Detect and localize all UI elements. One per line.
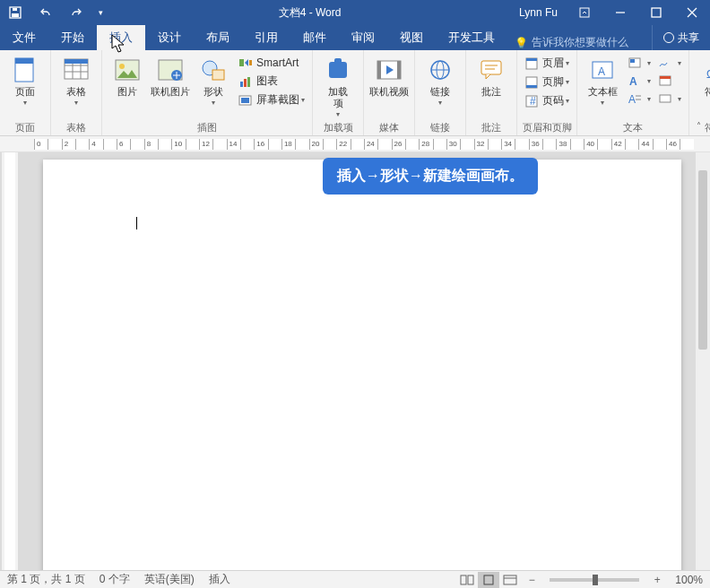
online-pictures-label: 联机图片 [151, 86, 190, 98]
table-button[interactable]: 表格▾ [55, 54, 98, 108]
symbol-label: 符号 [705, 86, 710, 98]
close-button[interactable] [674, 0, 710, 25]
online-video-button[interactable]: 联机视频 [368, 54, 411, 99]
group-links-label: 链接 [419, 121, 462, 135]
status-language[interactable]: 英语(美国) [137, 572, 202, 587]
tab-layout[interactable]: 布局 [194, 25, 242, 50]
page-number-button[interactable]: #页码▾ [521, 91, 573, 110]
svg-rect-25 [244, 79, 247, 87]
comment-button[interactable]: 批注 [470, 54, 513, 99]
svg-rect-23 [249, 60, 252, 65]
web-layout-button[interactable] [499, 572, 521, 588]
tab-references[interactable]: 引用 [242, 25, 290, 50]
ruler-horizontal[interactable]: 0246810121416182022242628303234363840424… [0, 136, 710, 152]
document-area [0, 152, 710, 570]
header-button[interactable]: 页眉▾ [521, 54, 573, 73]
minimize-button[interactable] [602, 0, 638, 25]
svg-text:Ω: Ω [706, 68, 710, 81]
svg-rect-59 [468, 575, 473, 584]
status-words[interactable]: 0 个字 [92, 572, 137, 587]
drop-cap-button[interactable]: A▾ [624, 90, 654, 108]
svg-rect-30 [334, 58, 342, 64]
pictures-button[interactable]: 图片 [106, 54, 149, 99]
ribbon-tabs: 文件 开始 插入 设计 布局 引用 邮件 审阅 视图 开发工具 💡告诉我你想要做… [0, 25, 710, 50]
share-button[interactable]: 共享 [652, 25, 710, 50]
svg-rect-58 [461, 575, 466, 584]
chart-icon [238, 74, 253, 89]
tab-design[interactable]: 设计 [145, 25, 194, 50]
svg-rect-32 [377, 61, 381, 79]
zoom-handle[interactable] [593, 575, 598, 585]
screenshot-button[interactable]: 屏幕截图▾ [235, 91, 308, 109]
share-label: 共享 [678, 25, 699, 50]
svg-rect-26 [247, 77, 250, 87]
qat-customize-button[interactable]: ▾ [91, 0, 109, 25]
shapes-button[interactable]: 形状▾ [192, 54, 235, 108]
pictures-label: 图片 [117, 86, 137, 98]
tab-insert[interactable]: 插入 [97, 25, 145, 50]
addins-button[interactable]: 加载 项▾ [316, 54, 359, 120]
tab-developer[interactable]: 开发工具 [436, 25, 507, 50]
status-page[interactable]: 第 1 页，共 1 页 [0, 572, 92, 587]
tell-me-placeholder: 告诉我你想要做什么 [532, 35, 628, 50]
screenshot-icon [238, 93, 253, 108]
collapse-ribbon-button[interactable]: ˄ [690, 121, 706, 134]
svg-rect-21 [212, 70, 224, 80]
group-addins-label: 加载项 [316, 121, 359, 135]
ribbon-display-button[interactable] [567, 0, 602, 25]
account-name[interactable]: Lynn Fu [510, 6, 567, 19]
svg-rect-49 [630, 59, 635, 63]
tab-review[interactable]: 审阅 [339, 25, 387, 50]
scrollbar-vertical[interactable] [696, 152, 710, 570]
ruler-vertical[interactable] [2, 152, 18, 570]
maximize-button[interactable] [638, 0, 674, 25]
signature-icon [658, 56, 672, 70]
online-pictures-button[interactable]: 联机图片 [149, 54, 192, 99]
wordart-button[interactable]: A▾ [624, 72, 654, 90]
zoom-slider[interactable] [550, 578, 639, 582]
signature-button[interactable]: ▾ [654, 54, 685, 72]
symbol-button[interactable]: Ω 符号▾ [693, 54, 710, 108]
footer-button[interactable]: 页脚▾ [521, 73, 573, 91]
group-header-footer: 页眉▾ 页脚▾ #页码▾ 页眉和页脚 [517, 50, 577, 135]
svg-text:A: A [628, 93, 636, 105]
svg-text:A: A [629, 75, 637, 87]
svg-text:A: A [598, 65, 605, 78]
textbox-button[interactable]: A 文本框▾ [581, 54, 624, 108]
tell-me-search[interactable]: 💡告诉我你想要做什么 [507, 35, 652, 50]
tab-view[interactable]: 视图 [387, 25, 436, 50]
zoom-level[interactable]: 100% [668, 574, 710, 586]
cover-page-button[interactable]: 页面▾ [4, 54, 47, 108]
table-label: 表格 [66, 86, 86, 98]
tab-home[interactable]: 开始 [48, 25, 97, 50]
quick-parts-button[interactable]: ▾ [624, 54, 654, 72]
lightbulb-icon: 💡 [515, 37, 528, 49]
group-text: A 文本框▾ ▾ A▾ A▾ ▾ ▾ 文本 [577, 50, 689, 135]
redo-button[interactable] [61, 0, 91, 25]
scroll-thumb[interactable] [698, 170, 707, 350]
group-media: 联机视频 媒体 [364, 50, 415, 135]
tab-file[interactable]: 文件 [0, 25, 48, 50]
chart-button[interactable]: 图表 [235, 72, 308, 91]
zoom-out-button[interactable]: − [521, 572, 542, 588]
svg-rect-55 [660, 76, 671, 79]
link-button[interactable]: 链接▾ [419, 54, 462, 108]
online-picture-icon [156, 56, 185, 84]
date-time-button[interactable] [654, 72, 685, 90]
screenshot-label: 屏幕截图 [256, 92, 299, 108]
tab-mailings[interactable]: 邮件 [290, 25, 339, 50]
group-tables: 表格▾ 表格 [51, 50, 102, 135]
page[interactable] [43, 160, 681, 570]
status-mode[interactable]: 插入 [202, 572, 238, 587]
object-button[interactable]: ▾ [654, 90, 685, 108]
svg-rect-28 [241, 98, 249, 103]
zoom-in-button[interactable]: + [646, 572, 668, 588]
read-mode-button[interactable] [456, 572, 478, 588]
date-icon [658, 74, 672, 88]
save-button[interactable] [0, 0, 30, 25]
print-layout-button[interactable] [478, 572, 499, 588]
undo-button[interactable] [30, 0, 61, 25]
smartart-button[interactable]: SmartArt [235, 54, 308, 72]
online-video-label: 联机视频 [369, 86, 409, 98]
picture-icon [113, 56, 142, 84]
